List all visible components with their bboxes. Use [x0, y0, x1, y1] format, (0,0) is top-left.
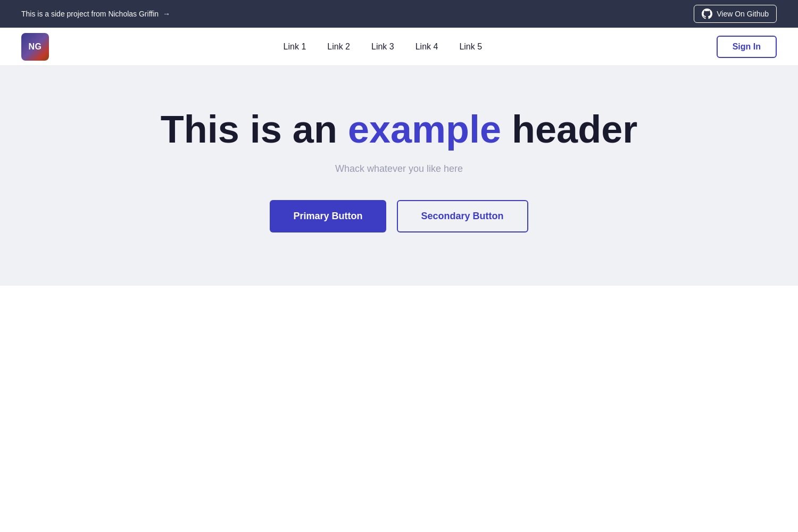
hero-section: This is an example header Whack whatever…: [0, 66, 798, 286]
announcement-bar: This is a side project from Nicholas Gri…: [0, 0, 798, 28]
hero-title: This is an example header: [161, 109, 637, 151]
nav-link-5[interactable]: Link 5: [459, 42, 482, 51]
nav-item-3[interactable]: Link 3: [371, 42, 394, 52]
navbar: NG Link 1 Link 2 Link 3 Link 4 Link 5 Si…: [0, 28, 798, 66]
github-icon: [702, 9, 712, 19]
nav-link-3[interactable]: Link 3: [371, 42, 394, 51]
nav-item-4[interactable]: Link 4: [415, 42, 438, 52]
nav-item-1[interactable]: Link 1: [284, 42, 306, 52]
secondary-button-label: Secondary Button: [421, 211, 504, 221]
github-button-label: View On Github: [717, 10, 769, 18]
nav-links: Link 1 Link 2 Link 3 Link 4 Link 5: [284, 42, 483, 52]
logo: NG: [21, 33, 49, 61]
primary-button-label: Primary Button: [293, 211, 362, 221]
nav-link-2[interactable]: Link 2: [327, 42, 350, 51]
hero-title-suffix: header: [501, 108, 637, 151]
announcement-message: This is a side project from Nicholas Gri…: [21, 10, 159, 18]
nav-item-5[interactable]: Link 5: [459, 42, 482, 52]
hero-buttons: Primary Button Secondary Button: [270, 200, 528, 232]
announcement-arrow: →: [163, 10, 170, 18]
hero-title-accent: example: [348, 108, 501, 151]
hero-subtitle: Whack whatever you like here: [335, 163, 463, 174]
logo-text: NG: [29, 42, 42, 52]
secondary-button[interactable]: Secondary Button: [397, 200, 528, 232]
hero-title-prefix: This is an: [161, 108, 348, 151]
nav-link-1[interactable]: Link 1: [284, 42, 306, 51]
sign-in-button[interactable]: Sign In: [717, 36, 777, 58]
sign-in-label: Sign In: [733, 42, 761, 51]
announcement-text: This is a side project from Nicholas Gri…: [21, 10, 170, 18]
nav-item-2[interactable]: Link 2: [327, 42, 350, 52]
content-area: [0, 286, 798, 525]
nav-link-4[interactable]: Link 4: [415, 42, 438, 51]
github-button[interactable]: View On Github: [694, 5, 777, 23]
primary-button[interactable]: Primary Button: [270, 200, 386, 232]
